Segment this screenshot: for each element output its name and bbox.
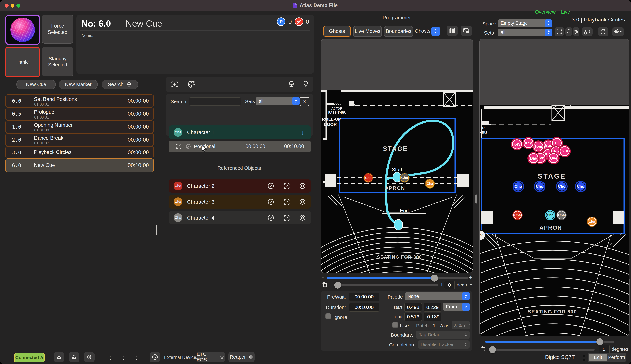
character-1-overview-badge[interactable]: Cha — [546, 211, 554, 220]
target-icon[interactable] — [299, 198, 306, 206]
search-input[interactable] — [189, 98, 241, 106]
band-badge-overhead-2[interactable]: Ove — [549, 153, 558, 163]
send-position-icon[interactable] — [283, 198, 290, 206]
zoom-slider-knob[interactable] — [431, 275, 438, 282]
marquee-select-button[interactable] — [582, 27, 592, 36]
sets-select[interactable]: all — [256, 97, 300, 105]
style-icon[interactable] — [185, 144, 191, 149]
cue-name[interactable]: New Cue — [126, 18, 162, 28]
expand-arrow-icon[interactable]: ↓ — [301, 128, 304, 136]
edit-mode-button[interactable]: Edit — [589, 354, 607, 361]
force-selected-button[interactable]: Force Selected — [42, 15, 73, 44]
zoom-window-button[interactable] — [17, 4, 20, 8]
show-artwork-button[interactable] — [5, 15, 40, 45]
lightbulb-icon[interactable] — [302, 80, 309, 88]
target-icon[interactable] — [299, 214, 306, 221]
cue-row-3[interactable]: 2.0 Dance Break 01:01:37 00:00.00 — [5, 133, 154, 146]
band-badge-bass[interactable]: Bas — [529, 153, 538, 163]
notes-field[interactable] — [81, 39, 308, 69]
focus-add-icon[interactable] — [171, 80, 179, 88]
new-marker-button[interactable]: New Marker — [59, 80, 98, 89]
clear-filter-button[interactable]: X — [300, 97, 309, 106]
zoom-slider-track[interactable] — [327, 277, 468, 279]
character-3-overview-badge[interactable]: Cha — [588, 218, 596, 226]
orbit-left-button[interactable] — [565, 27, 572, 36]
end-x-field[interactable]: 0.513 — [404, 312, 422, 321]
prewait-field[interactable]: 00:00.00 — [349, 292, 379, 301]
overview-zoom-slider-track[interactable] — [485, 341, 614, 343]
zoom-in-label[interactable]: + — [469, 274, 472, 281]
minimize-window-button[interactable] — [11, 4, 15, 8]
audio-waves-button[interactable] — [84, 352, 95, 362]
chorus-badge-3[interactable]: Cho — [557, 182, 566, 191]
overview-rotation-value-field[interactable]: 0 — [598, 345, 610, 354]
rotation-slider-track[interactable] — [334, 284, 438, 286]
etc-eos-button[interactable]: ETC EOS — [197, 352, 225, 362]
hand-tool-button[interactable] — [573, 27, 579, 36]
perform-mode-button[interactable]: Perform — [607, 355, 626, 360]
layers-button[interactable] — [612, 27, 624, 36]
space-select[interactable]: Empty Stage — [498, 19, 552, 27]
band-badge-tom[interactable]: Tom — [533, 142, 543, 151]
fullscreen-button[interactable] — [554, 27, 564, 36]
completion-select[interactable]: Disable Tracker — [418, 340, 469, 348]
band-badge-key-2[interactable]: Key — [523, 138, 533, 148]
tab-live-moves[interactable]: Live Moves — [353, 26, 382, 37]
character-1-row[interactable]: Cha Character 1 ↓ — [169, 126, 311, 139]
rotation-slider-knob[interactable] — [334, 282, 341, 288]
panic-button[interactable]: Panic — [5, 47, 40, 77]
cue-row-2[interactable]: 1.0 Opening Number 01:01:00 00:00.00 — [5, 120, 154, 133]
positional-row[interactable]: Positional 00:00.00 00:10.00 — [169, 141, 311, 152]
cue-row-4[interactable]: 3.0 Playback Circles 00:00.00 — [5, 146, 154, 158]
programmer-stage-view[interactable]: ACTOR PASS-THRU ROLL-UP DOOR STAGE APRON… — [321, 39, 473, 273]
overview-zoom-slider-knob[interactable] — [596, 338, 603, 345]
from-select[interactable]: From: — [443, 303, 469, 311]
character-1-position-badge[interactable]: Cha — [400, 174, 409, 182]
end-y-field[interactable]: -0.189 — [424, 312, 441, 321]
tab-boundaries[interactable]: Boundaries — [384, 26, 413, 37]
boundary-select[interactable]: Tag Default — [416, 330, 469, 339]
tab-ghosts[interactable]: Ghosts — [323, 26, 351, 37]
band-badge-key-1[interactable]: Key — [512, 139, 522, 149]
clock-button[interactable] — [150, 352, 160, 362]
path-end-handle[interactable] — [394, 219, 403, 230]
chorus-badge-2[interactable]: Cho — [535, 182, 544, 191]
zoom-out-label[interactable]: - — [322, 274, 324, 281]
duration-field[interactable]: 00:10.00 — [349, 303, 379, 312]
pane-splitter-handle[interactable] — [156, 225, 157, 235]
character-2-overview-badge[interactable]: Cha — [513, 211, 522, 220]
start-x-field[interactable]: 0.498 — [404, 303, 422, 312]
target-icon[interactable] — [299, 182, 306, 190]
chorus-badge-1[interactable]: Cho — [513, 182, 523, 191]
send-position-icon[interactable] — [283, 214, 290, 221]
send-position-icon[interactable] — [176, 143, 182, 150]
reaper-button[interactable]: Reaper — [228, 352, 255, 362]
overview-rotation-slider-knob[interactable] — [489, 346, 496, 353]
character-2-row[interactable]: Cha Character 2 — [169, 179, 311, 193]
close-window-button[interactable] — [5, 4, 9, 8]
ignore-checkbox[interactable] — [325, 314, 331, 320]
edit-pencil-icon[interactable] — [267, 198, 274, 206]
palette-select[interactable]: None — [405, 292, 469, 300]
import-button[interactable] — [54, 352, 64, 362]
refresh-button[interactable] — [598, 27, 608, 36]
pane-splitter-handle[interactable] — [475, 194, 477, 204]
window-scrollbar[interactable] — [629, 279, 630, 331]
rotation-value-field[interactable]: 0 — [444, 281, 455, 289]
picture-view-button[interactable] — [461, 26, 472, 36]
overview-stage-view[interactable]: OR HRU STAGE APRON SEATING FOR 300 Drum … — [479, 39, 629, 336]
connection-status-badge[interactable]: Connected A — [14, 353, 45, 362]
search-button[interactable]: Search — [102, 80, 138, 89]
cue-row-0[interactable]: 0.0 Set Band Positions 01:00:01 00:00.00 — [5, 94, 154, 107]
edit-pencil-icon[interactable] — [267, 182, 274, 190]
character-2-position-badge[interactable]: Cha — [364, 174, 373, 182]
stage-light-icon[interactable] — [287, 80, 295, 88]
use-patch-checkbox[interactable] — [392, 322, 398, 328]
character-3-row[interactable]: Cha Character 3 — [169, 195, 311, 208]
new-cue-button[interactable]: New Cue — [17, 80, 56, 89]
overview-sets-select[interactable]: all — [498, 28, 552, 36]
export-button[interactable] — [69, 352, 80, 362]
rotation-minus-label[interactable]: - — [330, 281, 332, 288]
overview-rotation-slider-track[interactable] — [489, 349, 594, 350]
edit-pencil-icon[interactable] — [267, 214, 274, 221]
